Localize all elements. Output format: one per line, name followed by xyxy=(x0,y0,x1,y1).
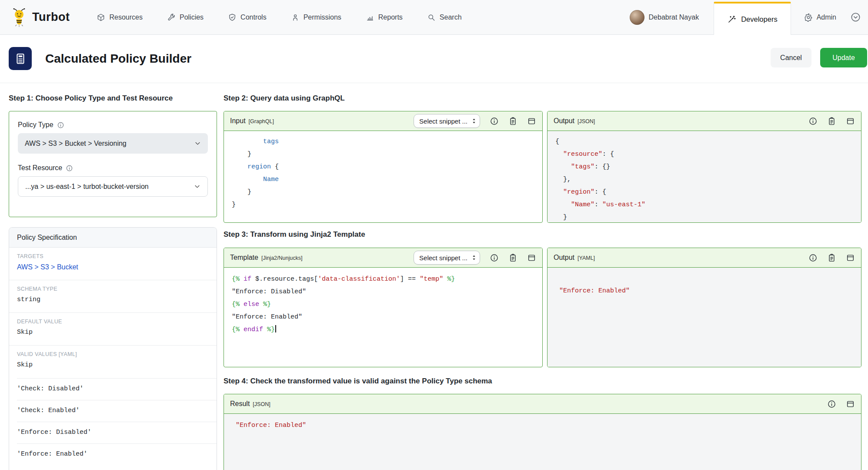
avatar xyxy=(630,10,644,25)
window-panel-icon[interactable] xyxy=(527,117,536,126)
graphql-input-header: Input [GraphQL] Select snippet ... xyxy=(224,111,542,131)
update-button[interactable]: Update xyxy=(820,48,867,67)
step1-heading: Step 1: Choose Policy Type and Test Reso… xyxy=(9,94,173,103)
spec-value: Skip xyxy=(17,329,209,336)
yaml-output-viewer: "Enforce: Enabled" xyxy=(548,268,861,367)
user-icon xyxy=(291,13,300,22)
chevron-down-icon xyxy=(194,139,202,148)
clipboard-icon[interactable] xyxy=(827,253,836,262)
json-output-viewer: { "resource": { "tags": {} }, "region": … xyxy=(548,131,861,223)
magic-wand-icon xyxy=(727,15,736,24)
nav-label: Controls xyxy=(240,13,267,21)
panel-language: [YAML] xyxy=(578,255,595,261)
step2-heading: Step 2: Query data using GraphQL xyxy=(224,94,345,103)
jinja-template-header: Template [Jinja2/Nunjucks] Select snippe… xyxy=(224,248,542,268)
gear-icon xyxy=(804,13,813,22)
info-icon[interactable] xyxy=(490,253,499,262)
panel-language: [JSON] xyxy=(578,118,595,124)
panel-language: [Jinja2/Nunjucks] xyxy=(261,255,303,261)
spec-label: SCHEMA TYPE xyxy=(17,286,209,292)
test-resource-value: ...ya > us-east-1 > turbot-bucket-versio… xyxy=(25,183,149,191)
calculator-icon xyxy=(14,52,27,65)
jinja-template-editor[interactable]: {% if $.resource.tags['data-classificati… xyxy=(224,268,542,336)
policy-type-select[interactable]: AWS > S3 > Bucket > Versioning xyxy=(18,133,208,154)
snippet-select[interactable]: Select snippet ... xyxy=(414,251,480,265)
panel-language: [GraphQL] xyxy=(249,118,274,124)
test-resource-select[interactable]: ...ya > us-east-1 > turbot-bucket-versio… xyxy=(18,176,208,197)
spec-label: TARGETS xyxy=(17,253,209,259)
spec-section-schema-type: SCHEMA TYPE string xyxy=(9,280,217,313)
panel-title: Output xyxy=(554,254,574,262)
panel-title: Template xyxy=(230,254,258,262)
info-icon[interactable] xyxy=(66,164,73,172)
info-icon[interactable] xyxy=(808,117,818,126)
chevron-down-icon xyxy=(193,182,201,191)
window-panel-icon[interactable] xyxy=(846,400,855,409)
test-resource-label-row: Test Resource xyxy=(18,164,208,172)
nav-item-search[interactable]: Search xyxy=(427,13,462,22)
snippet-select[interactable]: Select snippet ... xyxy=(414,114,480,128)
info-icon[interactable] xyxy=(808,253,818,262)
policy-specification-panel: Policy Specification TARGETS AWS > S3 > … xyxy=(9,227,217,470)
panel-language: [JSON] xyxy=(253,401,270,407)
nav-label: Admin xyxy=(817,13,836,21)
nav-item-controls[interactable]: Controls xyxy=(228,13,267,22)
valid-value-item: 'Enforce: Disabled' xyxy=(9,422,217,443)
spec-label: DEFAULT VALUE xyxy=(17,319,209,325)
snippet-select-value: Select snippet ... xyxy=(419,254,467,262)
yaml-output-panel: Output [YAML] "Enforce: Enabled" xyxy=(547,248,861,367)
chevron-down-circle-icon[interactable] xyxy=(850,12,861,23)
cube-icon xyxy=(97,13,105,22)
wrench-icon xyxy=(167,13,176,22)
nav-item-admin[interactable]: Admin xyxy=(804,13,836,22)
result-panel: Result [JSON] "Enforce: Enabled" xyxy=(224,394,861,470)
nav-label: Resources xyxy=(109,13,142,21)
nav-item-policies[interactable]: Policies xyxy=(167,13,204,22)
step3-heading: Step 3: Transform using Jinja2 Template xyxy=(224,230,365,239)
json-output-panel: Output [JSON] { "resource": { "tags": {}… xyxy=(547,111,861,223)
clipboard-icon[interactable] xyxy=(508,117,517,126)
nav-label: Search xyxy=(440,13,462,21)
snippet-select-value: Select snippet ... xyxy=(419,118,467,125)
nav-item-permissions[interactable]: Permissions xyxy=(291,13,341,22)
policy-type-value: AWS > S3 > Bucket > Versioning xyxy=(25,140,127,148)
cancel-button[interactable]: Cancel xyxy=(771,48,811,67)
nav-item-reports[interactable]: Reports xyxy=(366,13,403,22)
clipboard-icon[interactable] xyxy=(508,253,517,262)
info-icon[interactable] xyxy=(827,400,836,409)
test-resource-label: Test Resource xyxy=(18,164,62,172)
window-panel-icon[interactable] xyxy=(846,253,855,262)
info-icon[interactable] xyxy=(490,117,499,126)
up-down-arrows-icon xyxy=(470,254,478,262)
graphql-input-panel: Input [GraphQL] Select snippet ... tags … xyxy=(224,111,543,223)
spec-section-default-value: DEFAULT VALUE Skip xyxy=(9,313,217,346)
header-divider xyxy=(0,83,868,83)
user-name: Debabrat Nayak xyxy=(649,13,699,21)
valid-value-item: 'Enforce: Enabled' xyxy=(9,443,217,465)
nav-item-resources[interactable]: Resources xyxy=(97,13,142,22)
brand-logo[interactable]: Turbot xyxy=(10,8,70,27)
window-panel-icon[interactable] xyxy=(846,117,855,126)
policy-specification-header: Policy Specification xyxy=(9,228,217,248)
shield-check-icon xyxy=(228,13,237,22)
tab-developers[interactable]: Developers xyxy=(714,2,791,35)
step1-panel: Policy Type AWS > S3 > Bucket > Versioni… xyxy=(9,111,217,217)
user-menu[interactable]: Debabrat Nayak xyxy=(630,10,699,25)
valid-value-item: 'Check: Enabled' xyxy=(9,400,217,422)
graphql-editor[interactable]: tags } region { Name }} xyxy=(224,131,542,211)
primary-nav: Resources Policies Controls Permissions … xyxy=(97,13,461,22)
page-title: Calculated Policy Builder xyxy=(45,47,191,70)
brand-name: Turbot xyxy=(32,10,70,24)
spec-value: string xyxy=(17,296,209,303)
spec-label: VALID VALUES [YAML] xyxy=(17,351,209,357)
panel-title: Output xyxy=(554,117,574,125)
nav-label: Reports xyxy=(378,13,403,21)
clipboard-icon[interactable] xyxy=(827,117,836,126)
policy-type-label-row: Policy Type xyxy=(18,121,208,129)
top-nav: Turbot Resources Policies Controls Permi… xyxy=(0,0,868,35)
window-panel-icon[interactable] xyxy=(527,253,536,262)
info-icon[interactable] xyxy=(57,121,64,129)
nav-label: Permissions xyxy=(304,13,341,21)
step4-heading: Step 4: Check the transformed value is v… xyxy=(224,377,492,386)
targets-link[interactable]: AWS > S3 > Bucket xyxy=(17,263,78,271)
